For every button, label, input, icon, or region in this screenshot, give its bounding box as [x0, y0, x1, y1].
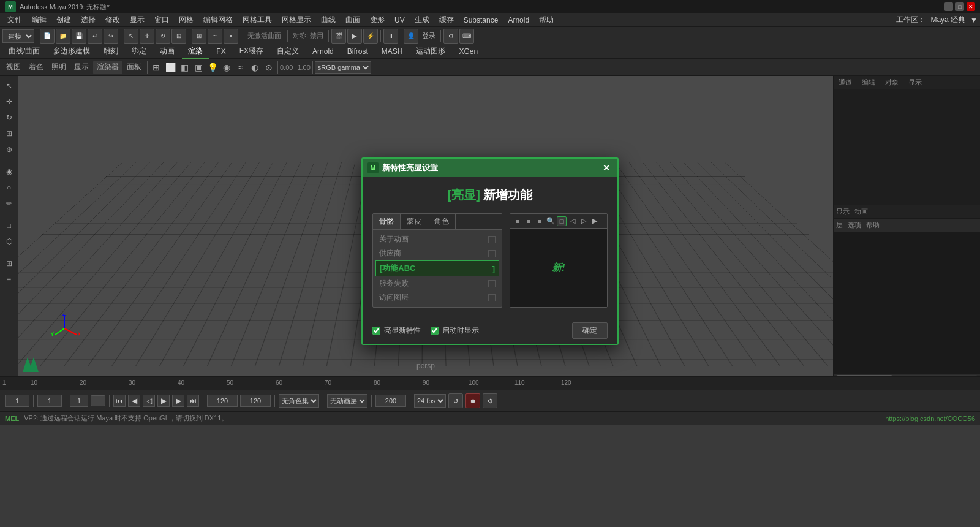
modal-tab-bones[interactable]: 骨骼: [373, 214, 401, 229]
menu-window[interactable]: 窗口: [149, 13, 174, 26]
menu-cache[interactable]: 缓存: [434, 13, 459, 26]
rp-prev-icon[interactable]: ◁: [568, 216, 578, 226]
paint-icon[interactable]: ✏: [2, 196, 17, 211]
tab-xgen[interactable]: XGen: [453, 46, 484, 58]
modal-ok-button[interactable]: 确定: [572, 322, 608, 339]
fps-select[interactable]: 24 fps: [414, 394, 446, 408]
rpanel-tab-object[interactable]: 对象: [883, 77, 901, 88]
frame-input[interactable]: [5, 395, 29, 407]
layer-icon[interactable]: ≡: [2, 272, 17, 287]
rotate-tool[interactable]: ↻: [156, 29, 170, 44]
menu-edit[interactable]: 编辑: [27, 13, 51, 26]
snap-point[interactable]: •: [224, 29, 238, 44]
menu-deform[interactable]: 变形: [365, 13, 390, 26]
menu-curves[interactable]: 曲线: [316, 13, 341, 26]
modal-item-access-layer[interactable]: 访问图层: [375, 290, 499, 305]
lasso-icon[interactable]: ○: [2, 180, 17, 195]
play-btn[interactable]: ▶: [157, 395, 170, 407]
timeline[interactable]: 1 10 20 30 40 50 60 70 80 90 100 110 120: [0, 376, 980, 390]
undo-button[interactable]: ↩: [88, 29, 102, 44]
tab-poly-model[interactable]: 多边形建模: [47, 45, 96, 59]
tab-fx-cache[interactable]: FX缓存: [233, 45, 270, 59]
menu-uv[interactable]: UV: [390, 15, 410, 26]
auto-key-btn[interactable]: ⏺: [466, 393, 480, 408]
menu-display[interactable]: 显示: [125, 13, 149, 26]
object-mode-icon[interactable]: □: [2, 218, 17, 233]
pause-btn[interactable]: ⏸: [383, 29, 398, 44]
snap-curve[interactable]: ~: [208, 29, 222, 44]
tab-curve-surface[interactable]: 曲线/曲面: [2, 45, 46, 59]
universal-tool-icon[interactable]: ⊕: [2, 142, 17, 157]
tab-rig[interactable]: 绑定: [126, 45, 153, 59]
rpanel-bottom-tab-anim[interactable]: 动画: [854, 207, 868, 216]
component-icon[interactable]: ⬡: [2, 234, 17, 249]
wireframe-btn[interactable]: ⬜: [164, 61, 177, 74]
frame-box[interactable]: [70, 395, 88, 407]
status-url[interactable]: https://blog.csdn.net/COCO56: [885, 415, 975, 422]
render-current[interactable]: 🎬: [331, 29, 346, 44]
tab-custom[interactable]: 自定义: [271, 45, 305, 59]
render-sequence[interactable]: ▶: [347, 29, 362, 44]
move-tool[interactable]: ✛: [140, 29, 154, 44]
tab-sculpt[interactable]: 雕刻: [97, 45, 124, 59]
workspace-dropdown-icon[interactable]: ▼: [970, 16, 978, 25]
next-frame-btn[interactable]: ▶: [172, 395, 184, 407]
menu-modify[interactable]: 修改: [100, 13, 125, 26]
lighting-menu[interactable]: 照明: [48, 61, 70, 74]
settings-btn[interactable]: ⚙: [443, 29, 458, 44]
range-out[interactable]: [375, 395, 406, 407]
select-tool-icon[interactable]: ↖: [2, 78, 17, 93]
menu-mesh-display[interactable]: 网格显示: [277, 13, 316, 26]
rp-selected-icon[interactable]: □: [557, 216, 567, 226]
modal-tab-character[interactable]: 角色: [428, 214, 456, 229]
redo-button[interactable]: ↪: [104, 29, 118, 44]
tab-mash[interactable]: MASH: [375, 46, 409, 58]
tab-arnold[interactable]: Arnold: [306, 46, 340, 58]
menu-select[interactable]: 选择: [76, 13, 100, 26]
menu-arnold[interactable]: Arnold: [503, 15, 534, 26]
rpanel-tab-channel[interactable]: 通道: [836, 77, 854, 88]
shading-menu[interactable]: 着色: [25, 61, 47, 74]
key-settings-btn[interactable]: ⚙: [483, 393, 497, 408]
open-file-button[interactable]: 📁: [56, 29, 70, 44]
minimize-button[interactable]: ─: [944, 2, 953, 11]
menu-edit-mesh[interactable]: 编辑网格: [198, 13, 238, 26]
rpanel-subtab-layer[interactable]: 层: [836, 221, 843, 230]
prev-frame-btn[interactable]: ◀: [128, 395, 140, 407]
soft-sel-icon[interactable]: ◉: [2, 164, 17, 179]
rp-search-icon[interactable]: 🔍: [546, 216, 556, 226]
menu-mesh[interactable]: 网格: [174, 13, 198, 26]
frame-display[interactable]: [37, 395, 62, 407]
tab-motion-graphics[interactable]: 运动图形: [410, 45, 451, 59]
modal-item-feature-abc[interactable]: [功能ABC ]: [375, 260, 499, 276]
checkbox-small[interactable]: [91, 395, 105, 406]
light-btn[interactable]: 💡: [206, 61, 219, 74]
panel-menu[interactable]: 面板: [123, 61, 145, 74]
select-tool[interactable]: ↖: [124, 29, 138, 44]
menu-generate[interactable]: 生成: [410, 13, 434, 26]
shadow-btn[interactable]: ◉: [220, 61, 233, 74]
next-end-btn[interactable]: ⏭: [187, 395, 199, 407]
rpanel-tab-edit[interactable]: 编辑: [859, 77, 878, 88]
rotate-tool-icon[interactable]: ↻: [2, 110, 17, 125]
ipr-render[interactable]: ⚡: [363, 29, 378, 44]
rpanel-tab-display[interactable]: 显示: [906, 77, 924, 88]
login-label[interactable]: 登录: [420, 31, 438, 40]
move-tool-icon[interactable]: ✛: [2, 94, 17, 109]
tab-bifrost[interactable]: Bifrost: [341, 46, 374, 58]
dof-btn[interactable]: ⊙: [262, 61, 276, 74]
colorspace-select[interactable]: sRGB gamma: [315, 61, 371, 74]
scale-tool[interactable]: ⊞: [172, 29, 186, 44]
rpanel-bottom-tab-display[interactable]: 显示: [836, 207, 850, 216]
modal-close-button[interactable]: ✕: [600, 162, 612, 174]
rp-end-icon[interactable]: ▶: [590, 216, 600, 226]
range-end[interactable]: [240, 395, 271, 407]
tab-animate[interactable]: 动画: [154, 45, 181, 59]
play-back-btn[interactable]: ◁: [143, 395, 155, 407]
menu-surfaces[interactable]: 曲面: [341, 13, 365, 26]
view-menu[interactable]: 视图: [2, 61, 24, 74]
rpanel-subtab-help[interactable]: 帮助: [866, 221, 880, 230]
menu-substance[interactable]: Substance: [459, 15, 503, 26]
rp-next-icon[interactable]: ▷: [579, 216, 589, 226]
maximize-button[interactable]: □: [956, 2, 964, 11]
